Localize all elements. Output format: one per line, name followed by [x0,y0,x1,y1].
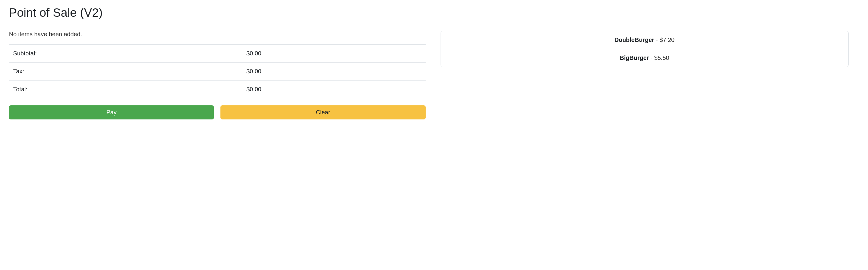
product-price: $7.20 [659,36,675,43]
summary-table: Subtotal: $0.00 Tax: $0.00 Total: $0.00 [9,44,426,98]
product-item-bigburger[interactable]: BigBurger - $5.50 [441,49,848,67]
product-list: DoubleBurger - $7.20 BigBurger - $5.50 [441,31,848,67]
product-price: $5.50 [654,54,669,61]
page-title: Point of Sale (V2) [9,6,859,20]
summary-row-subtotal: Subtotal: $0.00 [9,45,426,62]
cart-panel: No items have been added. Subtotal: $0.0… [9,31,426,119]
clear-button[interactable]: Clear [220,105,425,119]
product-separator: - [649,54,654,61]
subtotal-value: $0.00 [242,45,426,62]
summary-row-tax: Tax: $0.00 [9,62,426,81]
product-panel: DoubleBurger - $7.20 BigBurger - $5.50 [441,31,848,67]
subtotal-label: Subtotal: [9,45,242,62]
product-separator: - [654,36,659,43]
product-name: DoubleBurger [614,36,654,43]
pay-button[interactable]: Pay [9,105,214,119]
summary-row-total: Total: $0.00 [9,81,426,99]
main-layout: No items have been added. Subtotal: $0.0… [9,31,859,119]
action-buttons: Pay Clear [9,105,426,119]
product-name: BigBurger [620,54,649,61]
total-label: Total: [9,81,242,99]
product-item-doubleburger[interactable]: DoubleBurger - $7.20 [441,31,848,49]
tax-value: $0.00 [242,62,426,81]
cart-empty-message: No items have been added. [9,31,426,43]
tax-label: Tax: [9,62,242,81]
total-value: $0.00 [242,81,426,99]
